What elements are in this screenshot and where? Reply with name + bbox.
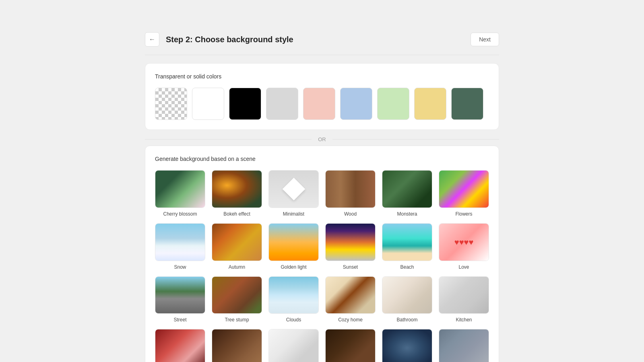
scene-label-snow: Snow: [174, 264, 186, 270]
swatch-light-yellow[interactable]: [414, 88, 446, 120]
swatch-light-gray[interactable]: [266, 88, 298, 120]
scene-bg-wood: [326, 171, 375, 208]
scene-thumb-minimalist: [268, 170, 319, 208]
swatch-light-blue[interactable]: [340, 88, 372, 120]
scene-label-autumn: Autumn: [229, 264, 245, 270]
scene-label-clouds: Clouds: [286, 317, 301, 323]
scene-thumb-wood: [325, 170, 376, 208]
scene-bg-street: [155, 277, 205, 314]
scene-item-extra2[interactable]: [212, 329, 262, 362]
scene-bg-extra6: [439, 329, 489, 362]
scene-item-flowers[interactable]: Flowers: [439, 170, 489, 217]
scene-bg-extra5: [382, 329, 432, 362]
scene-thumb-street: [155, 276, 205, 314]
scene-label-kitchen: Kitchen: [456, 317, 472, 323]
scene-item-extra4[interactable]: [325, 329, 376, 362]
scene-item-extra3[interactable]: [268, 329, 319, 362]
scene-thumb-extra4: [325, 329, 376, 362]
scene-bg-snow: [155, 224, 205, 261]
scene-item-extra5[interactable]: [382, 329, 432, 362]
scene-item-cherry-blossom[interactable]: Cherry blossom: [155, 170, 205, 217]
scene-bg-bathroom: [382, 277, 432, 314]
scene-label-cherry-blossom: Cherry blossom: [163, 211, 197, 217]
heart-icon-2: ♥: [459, 238, 464, 246]
scene-label-sunset: Sunset: [343, 264, 358, 270]
scene-label-beach: Beach: [400, 264, 414, 270]
back-button[interactable]: ←: [145, 32, 159, 47]
scene-section-title: Generate background based on a scene: [155, 156, 489, 162]
scene-thumb-cherry-blossom: [155, 170, 205, 208]
swatch-white[interactable]: [192, 88, 224, 120]
back-icon: ←: [149, 36, 155, 43]
scene-item-tree-stump[interactable]: Tree stump: [212, 276, 262, 323]
scene-section: Generate background based on a scene Che…: [145, 146, 499, 362]
solid-colors-title: Transparent or solid colors: [155, 73, 489, 80]
minimalist-diamond: [282, 178, 305, 201]
scene-thumb-clouds: [268, 276, 319, 314]
scene-label-monstera: Monstera: [397, 211, 417, 217]
scene-bg-minimalist: [269, 171, 318, 208]
love-hearts-container: ♥ ♥ ♥ ♥: [439, 224, 489, 261]
scene-item-bathroom[interactable]: Bathroom: [382, 276, 432, 323]
header-divider: [145, 55, 499, 55]
scene-label-flowers: Flowers: [455, 211, 472, 217]
scene-bg-love: ♥ ♥ ♥ ♥: [439, 224, 489, 261]
scene-item-sunset[interactable]: Sunset: [325, 223, 376, 270]
scene-thumb-extra2: [212, 329, 262, 362]
scene-thumb-extra6: [439, 329, 489, 362]
page-header: ← Step 2: Choose background style Next: [145, 32, 499, 47]
swatch-transparent[interactable]: [155, 88, 187, 120]
scene-label-minimalist: Minimalist: [283, 211, 304, 217]
scene-bg-extra4: [326, 329, 375, 362]
scene-bg-sunset: [326, 224, 375, 261]
scene-item-snow[interactable]: Snow: [155, 223, 205, 270]
or-divider: OR: [145, 136, 499, 142]
scene-thumb-beach: [382, 223, 432, 261]
scene-item-extra6[interactable]: [439, 329, 489, 362]
scene-item-cozy-home[interactable]: Cozy home: [325, 276, 376, 323]
scene-bg-extra1: [155, 329, 205, 362]
scene-item-bokeh[interactable]: Bokeh effect: [212, 170, 262, 217]
page-container: ← Step 2: Choose background style Next T…: [145, 32, 499, 362]
scene-thumb-snow: [155, 223, 205, 261]
scene-thumb-autumn: [212, 223, 262, 261]
scene-thumb-golden-light: [268, 223, 319, 261]
or-label: OR: [318, 136, 326, 142]
swatch-black[interactable]: [229, 88, 261, 120]
scene-item-monstera[interactable]: Monstera: [382, 170, 432, 217]
heart-icon-1: ♥: [454, 238, 459, 246]
scene-thumb-cozy-home: [325, 276, 376, 314]
scene-bg-beach: [382, 224, 432, 261]
scene-item-beach[interactable]: Beach: [382, 223, 432, 270]
scene-thumb-bathroom: [382, 276, 432, 314]
scene-bg-cozyhome: [326, 277, 375, 314]
scene-bg-golden: [269, 224, 318, 261]
heart-icon-3: ♥: [464, 238, 469, 246]
scene-item-kitchen[interactable]: Kitchen: [439, 276, 489, 323]
swatch-dark-green[interactable]: [451, 88, 483, 120]
scene-item-minimalist[interactable]: Minimalist: [268, 170, 319, 217]
next-button[interactable]: Next: [471, 33, 499, 46]
scene-thumb-extra1: [155, 329, 205, 362]
swatch-light-green[interactable]: [377, 88, 409, 120]
scene-thumb-tree-stump: [212, 276, 262, 314]
scene-thumb-flowers: [439, 170, 489, 208]
scene-thumb-monstera: [382, 170, 432, 208]
page-title: Step 2: Choose background style: [166, 35, 293, 44]
scene-item-wood[interactable]: Wood: [325, 170, 376, 217]
scene-item-street[interactable]: Street: [155, 276, 205, 323]
scene-bg-flowers: [439, 171, 489, 208]
scene-label-street: Street: [173, 317, 186, 323]
header-left: ← Step 2: Choose background style: [145, 32, 293, 47]
scene-bg-extra3: [269, 329, 318, 362]
scene-item-love[interactable]: ♥ ♥ ♥ ♥ Love: [439, 223, 489, 270]
scene-thumb-extra5: [382, 329, 432, 362]
scene-label-wood: Wood: [344, 211, 357, 217]
scene-item-autumn[interactable]: Autumn: [212, 223, 262, 270]
swatch-light-pink[interactable]: [303, 88, 335, 120]
scene-item-extra1[interactable]: [155, 329, 205, 362]
scene-thumb-love: ♥ ♥ ♥ ♥: [439, 223, 489, 261]
scene-item-golden-light[interactable]: Golden light: [268, 223, 319, 270]
heart-icon-4: ♥: [469, 238, 473, 246]
scene-item-clouds[interactable]: Clouds: [268, 276, 319, 323]
